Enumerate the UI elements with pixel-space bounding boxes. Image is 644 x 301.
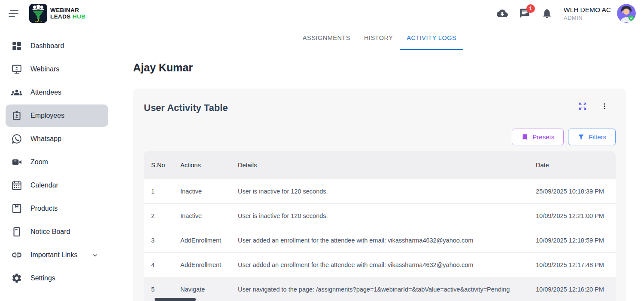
horizontal-scrollbar-thumb[interactable] [155, 298, 196, 301]
sidebar-item-whatsapp[interactable]: Whatsapp [6, 128, 108, 150]
tab-bar: ASSIGNMENTS HISTORY ACTIVITY LOGS [133, 27, 626, 50]
whatsapp-icon [11, 133, 22, 145]
kebab-menu-icon[interactable] [600, 101, 609, 111]
activity-table: S.No Actions Details Date 1 Inactive Use… [144, 151, 616, 301]
product-box-icon [11, 203, 22, 215]
avatar[interactable] [617, 4, 636, 23]
chat-icon[interactable]: 1 [519, 8, 530, 19]
col-header-actions: Actions [173, 151, 231, 179]
chat-badge: 1 [526, 4, 535, 13]
table-row: 1 Inactive User is inactive for 120 seco… [144, 179, 616, 204]
expand-icon[interactable] [578, 101, 587, 111]
tab-assignments[interactable]: ASSIGNMENTS [296, 27, 357, 50]
filters-button[interactable]: Filters [568, 129, 616, 145]
sidebar-item-attendees[interactable]: Attendees [6, 81, 108, 104]
table-header-row: S.No Actions Details Date [144, 151, 616, 179]
chevron-down-icon [91, 252, 99, 259]
user-info[interactable]: WLH DEMO AC ADMIN [564, 6, 611, 21]
sidebar: Dashboard Webinars Attendees Employees W… [0, 27, 114, 301]
filter-funnel-icon [577, 133, 585, 141]
sidebar-item-calendar[interactable]: Calendar [6, 174, 108, 197]
sidebar-item-dashboard[interactable]: Dashboard [6, 35, 108, 57]
brand-logo[interactable]: WEBINAR LEADS HUB [29, 4, 85, 23]
user-role: ADMIN [564, 15, 611, 21]
video-camera-icon [11, 157, 22, 168]
sidebar-item-products[interactable]: Products [6, 197, 108, 220]
top-header: WEBINAR LEADS HUB 1 WLH DEMO AC ADMIN [0, 0, 644, 27]
bookmark-icon [521, 133, 529, 141]
gear-icon [11, 273, 22, 284]
table-row: 3 AddEnrollment User added an enrollment… [144, 228, 616, 253]
cloud-download-icon[interactable] [497, 8, 508, 19]
sidebar-item-zoom[interactable]: Zoom [6, 151, 108, 173]
user-activity-card: User Activity Table Presets Filters [133, 89, 626, 301]
employee-badge-icon [11, 110, 22, 122]
sidebar-item-important-links[interactable]: Important Links [6, 244, 108, 266]
sidebar-item-settings[interactable]: Settings [6, 267, 108, 289]
user-name: WLH DEMO AC [564, 6, 611, 14]
dashboard-icon [11, 40, 22, 52]
page-title: Ajay Kumar [133, 61, 626, 74]
notice-board-icon [11, 226, 22, 238]
attendees-icon [11, 87, 22, 98]
webinar-monitor-icon [11, 64, 22, 75]
calendar-icon [11, 180, 22, 191]
table-row: 4 AddEnrollment User added an enrollment… [144, 253, 616, 277]
presets-button[interactable]: Presets [512, 129, 564, 145]
col-header-details: Details [231, 151, 529, 179]
sidebar-item-notice-board[interactable]: Notice Board [6, 221, 108, 243]
main-content: ASSIGNMENTS HISTORY ACTIVITY LOGS Ajay K… [115, 27, 644, 301]
brand-wordmark: WEBINAR LEADS HUB [50, 7, 85, 20]
sidebar-item-webinars[interactable]: Webinars [6, 58, 108, 80]
col-header-date: Date [529, 151, 616, 179]
link-icon [11, 249, 22, 261]
bell-icon[interactable] [541, 8, 553, 19]
tab-history[interactable]: HISTORY [357, 27, 400, 50]
card-title: User Activity Table [144, 101, 228, 114]
table-row: 5 Navigate User navigated to the page: /… [144, 277, 616, 301]
col-header-sno: S.No [144, 151, 173, 179]
menu-icon[interactable] [9, 9, 20, 18]
table-row: 2 Inactive User is inactive for 120 seco… [144, 204, 616, 228]
tab-activity-logs[interactable]: ACTIVITY LOGS [400, 27, 463, 50]
sidebar-item-employees[interactable]: Employees [6, 104, 108, 127]
brand-logo-icon [29, 4, 47, 23]
